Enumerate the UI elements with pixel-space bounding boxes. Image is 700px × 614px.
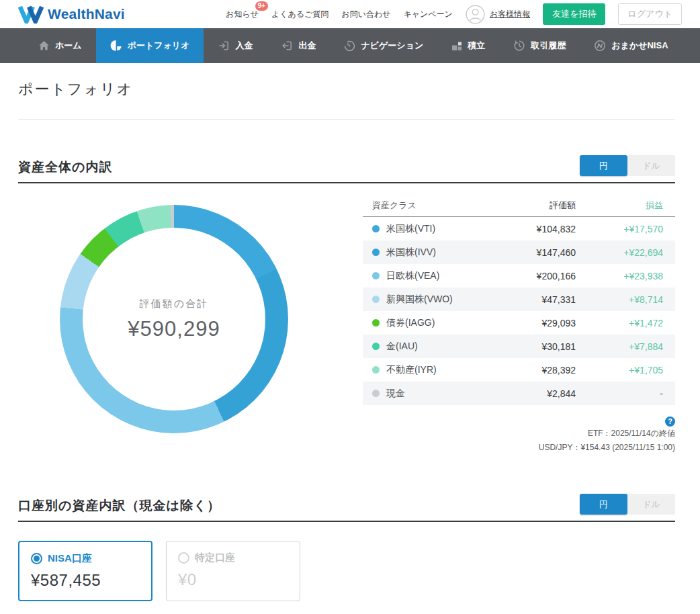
asset-gain: +¥22,694 <box>576 247 675 258</box>
nav-item-label: ナビゲーション <box>361 40 423 52</box>
asset-label: 債券(IAGG) <box>386 317 435 329</box>
nisa-account-label: NISA口座 <box>48 552 92 565</box>
currency-toggle-accounts: 円 ドル <box>580 494 675 515</box>
etf-footnote: ETF：2025/11/14の終値 <box>363 427 675 441</box>
dollar-toggle-button[interactable]: ドル <box>627 155 675 176</box>
nav-item-3[interactable]: 出金 <box>267 28 330 63</box>
asset-label: 日欧株(VEA) <box>386 270 439 282</box>
header-link-0[interactable]: お知らせ9+ <box>226 9 259 20</box>
nav-item-1[interactable]: ポートフォリオ <box>96 28 204 63</box>
top-header: WealthNavi お知らせ9+よくあるご質問お問い合わせキャンペーン お客様… <box>0 0 700 28</box>
nav-item-label: 取引履歴 <box>531 40 566 52</box>
col-gain: 損益 <box>576 200 675 212</box>
tsumitate-blocks-icon <box>451 40 462 51</box>
asset-gain: +¥1,472 <box>576 318 675 328</box>
nav-item-0[interactable]: ホーム <box>24 28 96 63</box>
asset-value: ¥30,181 <box>468 341 576 352</box>
header-link-3[interactable]: キャンペーン <box>403 9 452 20</box>
header-link-1[interactable]: よくあるご質問 <box>271 9 329 20</box>
asset-class-table: 資産クラス評価額損益米国株(VTI)¥104,832+¥17,570米国株(IV… <box>363 194 675 405</box>
account-breakdown-section-header: 口座別の資産内訳（現金は除く） 円 ドル <box>18 494 675 522</box>
navigation-gauge-icon <box>344 40 355 52</box>
notification-badge: 9+ <box>255 1 268 11</box>
nav-item-5[interactable]: 積立 <box>437 28 499 63</box>
brand-name: WealthNavi <box>48 6 125 22</box>
radio-selected-icon <box>31 553 42 564</box>
asset-value: ¥147,460 <box>468 247 576 258</box>
asset-color-dot <box>372 319 380 326</box>
asset-color-dot <box>372 296 380 303</box>
asset-gain: +¥23,938 <box>576 271 675 281</box>
asset-value: ¥28,392 <box>468 365 576 376</box>
asset-color-dot <box>372 343 380 350</box>
asset-value: ¥29,093 <box>468 318 576 328</box>
yen-toggle-button[interactable]: 円 <box>580 494 627 515</box>
asset-value: ¥104,832 <box>468 224 576 234</box>
home-icon <box>38 40 50 51</box>
asset-value: ¥47,331 <box>468 294 576 305</box>
table-header-row: 資産クラス評価額損益 <box>363 194 675 217</box>
table-row: 不動産(IYR)¥28,392+¥1,705 <box>363 358 675 382</box>
table-row: 債券(IAGG)¥29,093+¥1,472 <box>363 311 675 335</box>
logout-button[interactable]: ログアウト <box>618 3 682 25</box>
withdraw-icon <box>281 40 293 51</box>
fx-footnote: USD/JPY：¥154.43 (2025/11/15 1:00) <box>363 441 675 455</box>
nav-item-4[interactable]: ナビゲーション <box>330 28 437 63</box>
donut-center-label: 評価額の合計 <box>140 298 208 310</box>
help-icon[interactable]: ? <box>665 416 675 427</box>
portfolio-pie-icon <box>110 40 122 52</box>
asset-color-dot <box>372 390 380 397</box>
dollar-toggle-button[interactable]: ドル <box>627 494 675 515</box>
col-asset-class: 資産クラス <box>363 200 468 212</box>
tokutei-account-value: ¥0 <box>178 570 288 589</box>
nav-item-label: おまかせNISA <box>611 40 668 52</box>
nav-item-6[interactable]: 取引履歴 <box>499 28 580 63</box>
person-icon <box>466 5 485 24</box>
asset-gain: +¥7,884 <box>576 341 675 352</box>
asset-value: ¥200,166 <box>468 271 576 281</box>
yen-toggle-button[interactable]: 円 <box>580 155 627 176</box>
asset-gain: +¥17,570 <box>576 224 675 234</box>
asset-label: 不動産(IYR) <box>386 364 437 376</box>
wealthnavi-logo[interactable]: WealthNavi <box>18 5 125 24</box>
wealthnavi-w-mark-icon <box>18 5 44 24</box>
donut-center-value: ¥590,299 <box>128 317 220 341</box>
asset-color-dot <box>372 249 380 256</box>
customer-info-link[interactable]: お客様情報 <box>466 5 530 24</box>
nav-item-2[interactable]: 入金 <box>204 28 267 63</box>
table-row: 金(IAU)¥30,181+¥7,884 <box>363 335 675 358</box>
tokutei-account-card[interactable]: 特定口座 ¥0 <box>166 541 300 601</box>
col-valuation: 評価額 <box>468 200 576 212</box>
asset-label: 米国株(VTI) <box>386 223 435 235</box>
asset-gain: +¥1,705 <box>576 365 675 376</box>
currency-toggle-total: 円 ドル <box>580 155 675 176</box>
deposit-icon <box>218 40 230 51</box>
radio-unselected-icon <box>178 552 189 564</box>
main-nav: ホームポートフォリオ入金出金ナビゲーション積立取引履歴おまかせNISA <box>0 28 700 63</box>
total-assets-section-header: 資産全体の内訳 円 ドル <box>18 155 675 183</box>
asset-label: 金(IAU) <box>386 341 418 353</box>
nav-item-7[interactable]: おまかせNISA <box>580 28 682 63</box>
nav-item-label: ポートフォリオ <box>128 40 190 52</box>
allocation-donut-chart: 評価額の合計 ¥590,299 <box>18 194 363 455</box>
asset-label: 新興国株(VWO) <box>386 294 453 306</box>
table-row: 日欧株(VEA)¥200,166+¥23,938 <box>363 264 675 288</box>
account-breakdown-heading: 口座別の資産内訳（現金は除く） <box>18 497 220 515</box>
nisa-account-value: ¥587,455 <box>31 571 140 590</box>
table-row: 現金¥2,844- <box>363 382 675 405</box>
nav-item-label: 入金 <box>235 40 253 52</box>
history-clock-icon <box>513 40 525 52</box>
asset-label: 現金 <box>386 388 405 400</box>
page-title: ポートフォリオ <box>18 79 675 99</box>
donut-center: 評価額の合計 ¥590,299 <box>83 228 265 410</box>
asset-gain: - <box>576 388 675 399</box>
nav-item-label: 出金 <box>298 40 316 52</box>
asset-color-dot <box>372 272 380 279</box>
invite-friends-button[interactable]: 友達を招待 <box>543 3 605 25</box>
asset-gain: +¥8,714 <box>576 294 675 305</box>
total-assets-heading: 資産全体の内訳 <box>18 159 112 176</box>
asset-label: 米国株(IVV) <box>386 247 436 259</box>
header-link-2[interactable]: お問い合わせ <box>341 9 390 20</box>
nisa-account-card[interactable]: NISA口座 ¥587,455 <box>18 541 152 601</box>
account-cards: NISA口座 ¥587,455 特定口座 ¥0 <box>18 541 675 601</box>
